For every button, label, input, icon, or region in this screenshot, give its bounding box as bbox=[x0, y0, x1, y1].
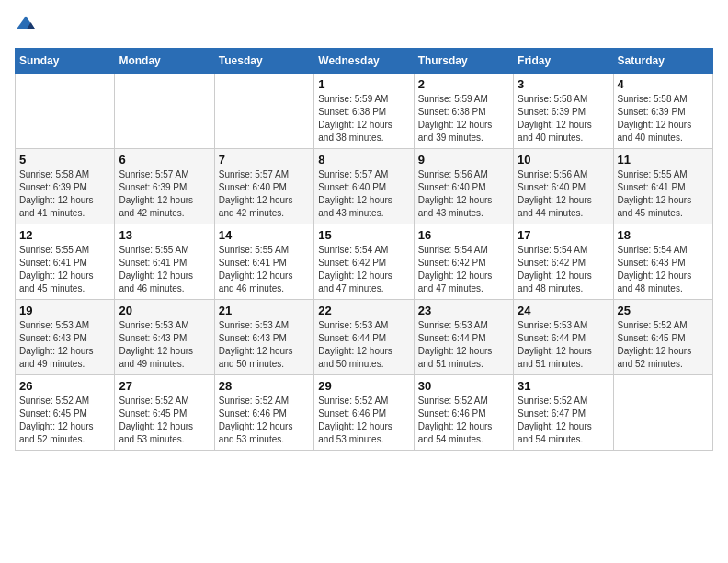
calendar-day-23: 23Sunrise: 5:53 AM Sunset: 6:44 PM Dayli… bbox=[414, 300, 513, 375]
day-number: 28 bbox=[219, 379, 310, 393]
day-number: 23 bbox=[418, 304, 509, 317]
day-info: Sunrise: 5:53 AM Sunset: 6:44 PM Dayligh… bbox=[418, 319, 509, 371]
calendar-day-4: 4Sunrise: 5:58 AM Sunset: 6:39 PM Daylig… bbox=[613, 74, 712, 149]
calendar-day-8: 8Sunrise: 5:57 AM Sunset: 6:40 PM Daylig… bbox=[314, 149, 414, 224]
day-number: 6 bbox=[119, 153, 210, 167]
calendar-day-20: 20Sunrise: 5:53 AM Sunset: 6:43 PM Dayli… bbox=[115, 300, 214, 375]
weekday-header-monday: Monday bbox=[115, 49, 214, 74]
weekday-header-saturday: Saturday bbox=[613, 49, 712, 74]
calendar-week-3: 12Sunrise: 5:55 AM Sunset: 6:41 PM Dayli… bbox=[16, 224, 713, 300]
calendar-empty-cell bbox=[16, 74, 115, 149]
day-info: Sunrise: 5:54 AM Sunset: 6:43 PM Dayligh… bbox=[618, 244, 709, 295]
day-info: Sunrise: 5:53 AM Sunset: 6:44 PM Dayligh… bbox=[318, 319, 409, 371]
day-number: 24 bbox=[518, 304, 609, 317]
calendar-day-29: 29Sunrise: 5:52 AM Sunset: 6:46 PM Dayli… bbox=[314, 375, 414, 451]
calendar-week-4: 19Sunrise: 5:53 AM Sunset: 6:43 PM Dayli… bbox=[16, 300, 713, 375]
calendar-empty-cell bbox=[115, 74, 214, 149]
day-number: 8 bbox=[318, 153, 409, 167]
day-info: Sunrise: 5:58 AM Sunset: 6:39 PM Dayligh… bbox=[618, 93, 709, 144]
weekday-header-wednesday: Wednesday bbox=[314, 49, 414, 74]
calendar-week-2: 5Sunrise: 5:58 AM Sunset: 6:39 PM Daylig… bbox=[16, 149, 713, 224]
day-info: Sunrise: 5:52 AM Sunset: 6:45 PM Dayligh… bbox=[618, 319, 709, 371]
logo-icon bbox=[15, 15, 37, 37]
day-info: Sunrise: 5:53 AM Sunset: 6:44 PM Dayligh… bbox=[518, 319, 609, 371]
calendar-day-19: 19Sunrise: 5:53 AM Sunset: 6:43 PM Dayli… bbox=[16, 300, 115, 375]
calendar-day-13: 13Sunrise: 5:55 AM Sunset: 6:41 PM Dayli… bbox=[115, 224, 214, 300]
calendar-day-6: 6Sunrise: 5:57 AM Sunset: 6:39 PM Daylig… bbox=[115, 149, 214, 224]
day-number: 25 bbox=[618, 304, 709, 317]
day-info: Sunrise: 5:55 AM Sunset: 6:41 PM Dayligh… bbox=[219, 244, 310, 295]
day-number: 10 bbox=[518, 153, 609, 167]
logo bbox=[15, 15, 40, 37]
calendar-day-22: 22Sunrise: 5:53 AM Sunset: 6:44 PM Dayli… bbox=[314, 300, 414, 375]
weekday-header-thursday: Thursday bbox=[414, 49, 513, 74]
calendar-empty-cell bbox=[214, 74, 313, 149]
calendar-day-3: 3Sunrise: 5:58 AM Sunset: 6:39 PM Daylig… bbox=[514, 74, 613, 149]
day-info: Sunrise: 5:52 AM Sunset: 6:47 PM Dayligh… bbox=[518, 395, 609, 446]
day-number: 9 bbox=[418, 153, 509, 167]
calendar-day-10: 10Sunrise: 5:56 AM Sunset: 6:40 PM Dayli… bbox=[514, 149, 613, 224]
day-number: 16 bbox=[418, 228, 509, 242]
calendar-day-31: 31Sunrise: 5:52 AM Sunset: 6:47 PM Dayli… bbox=[514, 375, 613, 451]
calendar-day-2: 2Sunrise: 5:59 AM Sunset: 6:38 PM Daylig… bbox=[414, 74, 513, 149]
day-number: 30 bbox=[418, 379, 509, 393]
calendar-day-30: 30Sunrise: 5:52 AM Sunset: 6:46 PM Dayli… bbox=[414, 375, 513, 451]
day-number: 14 bbox=[219, 228, 310, 242]
day-number: 18 bbox=[618, 228, 709, 242]
day-number: 12 bbox=[19, 228, 110, 242]
calendar-day-28: 28Sunrise: 5:52 AM Sunset: 6:46 PM Dayli… bbox=[214, 375, 313, 451]
day-info: Sunrise: 5:54 AM Sunset: 6:42 PM Dayligh… bbox=[518, 244, 609, 295]
day-info: Sunrise: 5:56 AM Sunset: 6:40 PM Dayligh… bbox=[518, 168, 609, 220]
weekday-header-friday: Friday bbox=[514, 49, 613, 74]
day-number: 29 bbox=[318, 379, 409, 393]
day-number: 13 bbox=[119, 228, 210, 242]
calendar-day-17: 17Sunrise: 5:54 AM Sunset: 6:42 PM Dayli… bbox=[514, 224, 613, 300]
day-number: 27 bbox=[119, 379, 210, 393]
calendar-empty-cell bbox=[613, 375, 712, 451]
day-info: Sunrise: 5:54 AM Sunset: 6:42 PM Dayligh… bbox=[318, 244, 409, 295]
weekday-header-row: SundayMondayTuesdayWednesdayThursdayFrid… bbox=[16, 49, 713, 74]
calendar-day-11: 11Sunrise: 5:55 AM Sunset: 6:41 PM Dayli… bbox=[613, 149, 712, 224]
day-info: Sunrise: 5:52 AM Sunset: 6:46 PM Dayligh… bbox=[418, 395, 509, 446]
calendar-day-24: 24Sunrise: 5:53 AM Sunset: 6:44 PM Dayli… bbox=[514, 300, 613, 375]
calendar-week-1: 1Sunrise: 5:59 AM Sunset: 6:38 PM Daylig… bbox=[16, 74, 713, 149]
day-number: 17 bbox=[518, 228, 609, 242]
calendar-day-18: 18Sunrise: 5:54 AM Sunset: 6:43 PM Dayli… bbox=[613, 224, 712, 300]
calendar-day-7: 7Sunrise: 5:57 AM Sunset: 6:40 PM Daylig… bbox=[214, 149, 313, 224]
day-number: 2 bbox=[418, 77, 509, 91]
calendar-day-1: 1Sunrise: 5:59 AM Sunset: 6:38 PM Daylig… bbox=[314, 74, 414, 149]
day-info: Sunrise: 5:53 AM Sunset: 6:43 PM Dayligh… bbox=[119, 319, 210, 371]
day-info: Sunrise: 5:57 AM Sunset: 6:39 PM Dayligh… bbox=[119, 168, 210, 220]
day-number: 21 bbox=[219, 304, 310, 317]
day-info: Sunrise: 5:53 AM Sunset: 6:43 PM Dayligh… bbox=[219, 319, 310, 371]
day-number: 22 bbox=[318, 304, 409, 317]
day-info: Sunrise: 5:56 AM Sunset: 6:40 PM Dayligh… bbox=[418, 168, 509, 220]
day-info: Sunrise: 5:55 AM Sunset: 6:41 PM Dayligh… bbox=[19, 244, 110, 295]
calendar-day-27: 27Sunrise: 5:52 AM Sunset: 6:45 PM Dayli… bbox=[115, 375, 214, 451]
calendar-day-25: 25Sunrise: 5:52 AM Sunset: 6:45 PM Dayli… bbox=[613, 300, 712, 375]
weekday-header-tuesday: Tuesday bbox=[214, 49, 313, 74]
day-number: 31 bbox=[518, 379, 609, 393]
page-header bbox=[15, 15, 713, 37]
day-info: Sunrise: 5:52 AM Sunset: 6:45 PM Dayligh… bbox=[19, 395, 110, 446]
weekday-header-sunday: Sunday bbox=[16, 49, 115, 74]
day-info: Sunrise: 5:55 AM Sunset: 6:41 PM Dayligh… bbox=[119, 244, 210, 295]
calendar-day-9: 9Sunrise: 5:56 AM Sunset: 6:40 PM Daylig… bbox=[414, 149, 513, 224]
day-info: Sunrise: 5:52 AM Sunset: 6:46 PM Dayligh… bbox=[318, 395, 409, 446]
day-number: 4 bbox=[618, 77, 709, 91]
calendar-day-12: 12Sunrise: 5:55 AM Sunset: 6:41 PM Dayli… bbox=[16, 224, 115, 300]
day-number: 1 bbox=[318, 77, 409, 91]
day-info: Sunrise: 5:55 AM Sunset: 6:41 PM Dayligh… bbox=[618, 168, 709, 220]
day-info: Sunrise: 5:54 AM Sunset: 6:42 PM Dayligh… bbox=[418, 244, 509, 295]
calendar-day-5: 5Sunrise: 5:58 AM Sunset: 6:39 PM Daylig… bbox=[16, 149, 115, 224]
calendar-week-5: 26Sunrise: 5:52 AM Sunset: 6:45 PM Dayli… bbox=[16, 375, 713, 451]
day-info: Sunrise: 5:58 AM Sunset: 6:39 PM Dayligh… bbox=[518, 93, 609, 144]
day-info: Sunrise: 5:52 AM Sunset: 6:45 PM Dayligh… bbox=[119, 395, 210, 446]
day-number: 26 bbox=[19, 379, 110, 393]
day-number: 3 bbox=[518, 77, 609, 91]
day-number: 11 bbox=[618, 153, 709, 167]
calendar-day-21: 21Sunrise: 5:53 AM Sunset: 6:43 PM Dayli… bbox=[214, 300, 313, 375]
day-info: Sunrise: 5:57 AM Sunset: 6:40 PM Dayligh… bbox=[219, 168, 310, 220]
day-info: Sunrise: 5:53 AM Sunset: 6:43 PM Dayligh… bbox=[19, 319, 110, 371]
calendar-table: SundayMondayTuesdayWednesdayThursdayFrid… bbox=[15, 48, 713, 451]
